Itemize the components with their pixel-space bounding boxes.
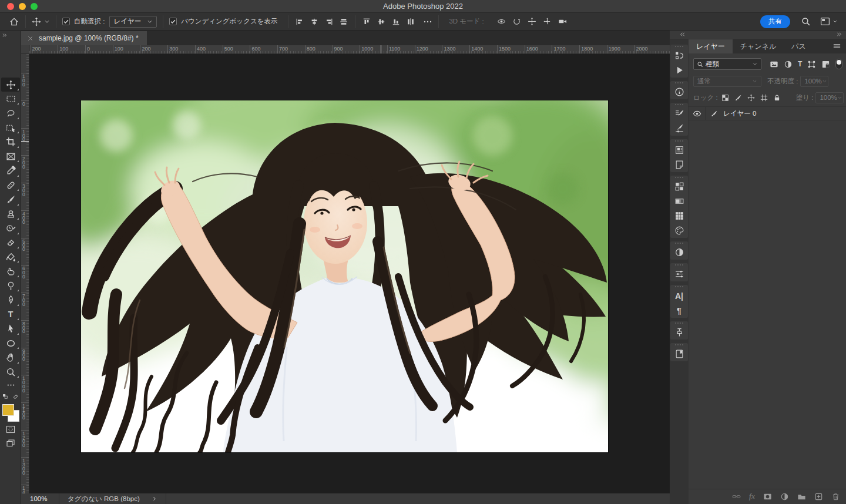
fill-field[interactable]: 100% — [815, 92, 844, 103]
collapse-icon-strip-icon[interactable] — [679, 31, 686, 38]
tool-healing-brush[interactable] — [1, 178, 20, 192]
panel-menu-icon[interactable] — [832, 42, 841, 51]
3d-camera-icon[interactable] — [558, 17, 567, 26]
tool-edit-toolbar[interactable] — [1, 378, 20, 392]
canvas-photo[interactable] — [81, 100, 608, 452]
tool-clone-stamp[interactable] — [1, 207, 20, 221]
filter-shape-icon[interactable] — [807, 60, 816, 69]
foreground-color-swatch[interactable] — [2, 404, 14, 416]
auto-select-mode-dropdown[interactable]: レイヤー — [109, 16, 157, 28]
tool-eraser[interactable] — [1, 236, 20, 250]
link-layers-icon[interactable] — [732, 492, 741, 501]
tool-object-selection[interactable] — [1, 120, 20, 135]
3d-roll-icon[interactable] — [512, 17, 521, 26]
dist-v-icon[interactable] — [407, 18, 415, 26]
tool-lasso[interactable] — [1, 106, 20, 120]
dist-h-icon[interactable] — [340, 18, 348, 26]
panel-icon-glyphs[interactable] — [670, 325, 688, 340]
document-tab[interactable]: sample.jpg @ 100% (RGB/8#) * — [21, 31, 147, 45]
document-profile-status[interactable]: タグのない RGB (8bpc) — [59, 493, 166, 504]
default-colors-icon[interactable] — [2, 394, 9, 400]
ruler-origin-corner[interactable] — [21, 45, 29, 54]
panel-icon-layer-comps[interactable] — [670, 143, 688, 157]
tool-dodge[interactable] — [1, 278, 20, 293]
delete-layer-icon[interactable] — [831, 492, 840, 501]
zoom-level-field[interactable]: 100% — [21, 495, 59, 502]
3d-orbit-icon[interactable] — [497, 17, 506, 26]
canvas-pasteboard[interactable] — [29, 54, 670, 493]
tool-hand[interactable] — [1, 351, 20, 365]
panel-icon-patterns[interactable] — [670, 179, 688, 194]
tool-zoom[interactable] — [1, 365, 20, 379]
more-align-options-icon[interactable] — [423, 17, 432, 26]
panel-icon-libraries[interactable] — [670, 347, 688, 361]
home-icon[interactable] — [9, 16, 19, 27]
panel-icon-properties[interactable] — [670, 267, 688, 281]
screen-mode-button[interactable] — [1, 436, 20, 451]
layer-name[interactable]: レイヤー 0 — [723, 109, 756, 118]
lock-all-icon[interactable] — [773, 94, 781, 102]
filter-kind-dropdown[interactable]: 種類 — [693, 58, 761, 70]
tool-ellipse[interactable] — [1, 336, 20, 350]
swap-colors-icon[interactable] — [12, 394, 19, 400]
bounding-box-checkbox[interactable] — [169, 18, 177, 25]
filter-type-icon[interactable]: T — [798, 60, 802, 68]
horizontal-ruler[interactable]: 2001000100200300400500600700800900100011… — [29, 45, 670, 54]
workspace-switcher[interactable] — [820, 16, 838, 26]
tool-pen[interactable] — [1, 293, 20, 307]
share-button[interactable]: 共有 — [760, 15, 790, 28]
adjustment-new-icon[interactable] — [780, 492, 789, 501]
panel-icon-history[interactable] — [670, 48, 688, 63]
filter-adjust-icon[interactable] — [784, 60, 793, 69]
auto-select-checkbox[interactable] — [62, 18, 70, 25]
layer-thumbnail[interactable] — [706, 110, 722, 117]
panel-icon-swatches[interactable] — [670, 209, 688, 223]
align-bottom-icon[interactable] — [392, 18, 400, 26]
align-left-icon[interactable] — [296, 18, 304, 26]
panel-icon-color[interactable] — [670, 223, 688, 238]
layer-row[interactable]: レイヤー 0 — [689, 106, 846, 120]
lock-position-icon[interactable] — [747, 94, 755, 102]
panel-icon-paragraph[interactable]: ¶ — [670, 303, 688, 318]
panel-icon-brush-settings[interactable] — [670, 106, 688, 121]
quick-mask-button[interactable] — [1, 422, 20, 436]
vertical-ruler[interactable]: 1 0 001 0 02 0 03 0 04 0 05 0 06 0 07 0 … — [21, 54, 29, 493]
tool-marquee[interactable] — [1, 92, 20, 106]
align-middle-icon[interactable] — [377, 18, 385, 26]
tool-eyedropper[interactable] — [1, 164, 20, 178]
3d-slide-icon[interactable] — [543, 17, 552, 26]
default-swap-colors[interactable] — [1, 391, 20, 402]
layer-effects-icon[interactable]: fx — [749, 492, 755, 501]
layer-visibility-toggle[interactable] — [689, 106, 706, 120]
filter-smart-icon[interactable] — [821, 60, 830, 69]
panel-icon-character[interactable]: A| — [670, 288, 688, 303]
3d-pan-icon[interactable] — [528, 17, 536, 26]
panel-icon-brushes[interactable] — [670, 121, 688, 136]
panel-icon-actions[interactable] — [670, 63, 688, 78]
align-center-h-icon[interactable] — [310, 18, 318, 26]
group-new-icon[interactable] — [797, 492, 806, 501]
tool-gradient[interactable] — [1, 250, 20, 264]
layer-mask-icon[interactable] — [763, 492, 772, 501]
tool-move[interactable] — [1, 78, 20, 92]
tool-path-selection[interactable] — [1, 322, 20, 336]
panel-icon-notes[interactable] — [670, 157, 688, 172]
tool-frame[interactable] — [1, 149, 20, 163]
tool-history-brush[interactable] — [1, 221, 20, 236]
panel-tab-layers[interactable]: レイヤー — [689, 39, 733, 53]
tool-brush[interactable] — [1, 193, 20, 207]
panel-tab-paths[interactable]: パス — [784, 39, 814, 53]
chevron-down-icon[interactable] — [44, 19, 50, 25]
expand-toolbar-icon[interactable] — [2, 32, 8, 38]
lock-pixels-icon[interactable] — [734, 94, 742, 102]
chevron-right-icon[interactable] — [152, 496, 157, 502]
filter-toggle-switch[interactable] — [835, 59, 842, 69]
close-tab-icon[interactable] — [27, 35, 33, 42]
search-icon[interactable] — [801, 16, 811, 26]
lock-transparent-icon[interactable] — [721, 94, 729, 102]
opacity-field[interactable]: 100% — [800, 76, 828, 87]
lock-artboard-icon[interactable] — [760, 94, 768, 102]
tool-crop[interactable] — [1, 135, 20, 149]
panel-icon-gradients[interactable] — [670, 194, 688, 209]
align-top-icon[interactable] — [362, 18, 371, 26]
